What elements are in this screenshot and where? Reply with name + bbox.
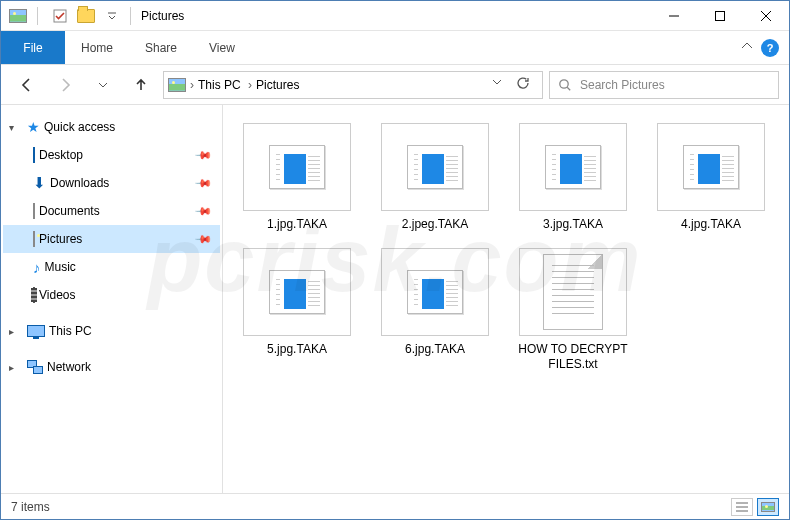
breadcrumb: This PC › — [198, 78, 252, 92]
tree-label: This PC — [49, 324, 92, 338]
sidebar-item-label: Videos — [39, 288, 75, 302]
file-item[interactable]: 5.jpg.TAKA — [237, 248, 357, 372]
desktop-icon — [33, 148, 35, 162]
content-pane[interactable]: 1.jpg.TAKA2.jpeg.TAKA3.jpg.TAKA4.jpg.TAK… — [223, 105, 789, 493]
breadcrumb-label[interactable]: Pictures — [256, 78, 299, 92]
search-input[interactable] — [580, 78, 770, 92]
music-icon: ♪ — [33, 259, 41, 276]
file-item[interactable]: 1.jpg.TAKA — [237, 123, 357, 232]
window-title: Pictures — [141, 9, 184, 23]
refresh-button[interactable] — [516, 76, 530, 93]
qat-folder-icon[interactable] — [74, 5, 98, 27]
file-thumbnail — [519, 123, 627, 211]
tree-label: Quick access — [44, 120, 115, 134]
minimize-button[interactable] — [651, 1, 697, 31]
location-icon — [168, 78, 186, 92]
taka-file-icon — [407, 145, 463, 189]
chevron-right-icon[interactable]: › — [190, 78, 194, 92]
status-bar: 7 items — [1, 493, 789, 519]
file-thumbnail — [381, 123, 489, 211]
svg-rect-1 — [716, 11, 725, 20]
taka-file-icon — [683, 145, 739, 189]
pin-icon: 📌 — [193, 201, 212, 220]
taka-file-icon — [545, 145, 601, 189]
file-item[interactable]: 2.jpeg.TAKA — [375, 123, 495, 232]
chevron-right-icon[interactable]: › — [248, 78, 252, 92]
file-thumbnail — [381, 248, 489, 336]
tree-label: Network — [47, 360, 91, 374]
pc-icon — [27, 325, 45, 337]
maximize-button[interactable] — [697, 1, 743, 31]
file-thumbnail — [243, 248, 351, 336]
collapse-icon[interactable]: ▾ — [9, 122, 23, 133]
downloads-icon: ⬇ — [33, 175, 46, 191]
file-thumbnail — [243, 123, 351, 211]
sidebar-item-label: Pictures — [39, 232, 82, 246]
file-item[interactable]: HOW TO DECRYPT FILES.txt — [513, 248, 633, 372]
expand-icon[interactable]: ▸ — [9, 362, 23, 373]
tab-share[interactable]: Share — [129, 31, 193, 64]
file-name: 4.jpg.TAKA — [681, 217, 741, 232]
sidebar-item-label: Downloads — [50, 176, 109, 190]
sidebar-item-documents[interactable]: Documents📌 — [3, 197, 220, 225]
up-button[interactable] — [125, 71, 157, 99]
tree-this-pc[interactable]: ▸ This PC — [3, 317, 220, 345]
pin-icon: 📌 — [193, 173, 212, 192]
documents-icon — [33, 204, 35, 218]
app-icon — [9, 9, 27, 23]
file-name: 2.jpeg.TAKA — [402, 217, 468, 232]
sidebar-item-label: Documents — [39, 204, 100, 218]
ribbon-expand-icon[interactable] — [741, 40, 753, 55]
file-name: 5.jpg.TAKA — [267, 342, 327, 357]
sidebar-item-label: Desktop — [39, 148, 83, 162]
file-grid: 1.jpg.TAKA2.jpeg.TAKA3.jpg.TAKA4.jpg.TAK… — [237, 123, 775, 372]
qat-checkbox-icon[interactable] — [48, 5, 72, 27]
pin-icon: 📌 — [193, 145, 212, 164]
recent-locations-button[interactable] — [87, 71, 119, 99]
pictures-icon — [33, 232, 35, 246]
forward-button[interactable] — [49, 71, 81, 99]
sidebar-item-videos[interactable]: Videos — [3, 281, 220, 309]
search-icon — [558, 78, 572, 92]
sidebar-item-label: Music — [45, 260, 76, 274]
file-thumbnail — [519, 248, 627, 336]
navbar: › This PC › Pictures — [1, 65, 789, 105]
status-count: 7 items — [11, 500, 50, 514]
help-icon[interactable]: ? — [761, 39, 779, 57]
qat-dropdown-icon[interactable] — [100, 5, 124, 27]
sidebar-item-downloads[interactable]: ⬇Downloads📌 — [3, 169, 220, 197]
view-thumbnails-button[interactable] — [757, 498, 779, 516]
taka-file-icon — [269, 270, 325, 314]
quick-access-toolbar — [48, 5, 124, 27]
ribbon: File Home Share View ? — [1, 31, 789, 65]
tab-view[interactable]: View — [193, 31, 251, 64]
search-box[interactable] — [549, 71, 779, 99]
address-bar[interactable]: › This PC › Pictures — [163, 71, 543, 99]
address-dropdown-icon[interactable] — [492, 76, 502, 93]
file-name: HOW TO DECRYPT FILES.txt — [513, 342, 633, 372]
view-details-button[interactable] — [731, 498, 753, 516]
network-icon — [27, 360, 43, 374]
text-file-icon — [543, 254, 603, 330]
file-item[interactable]: 6.jpg.TAKA — [375, 248, 495, 372]
tree-quick-access[interactable]: ▾ ★ Quick access — [3, 113, 220, 141]
sidebar-item-music[interactable]: ♪Music — [3, 253, 220, 281]
file-tab[interactable]: File — [1, 31, 65, 64]
sidebar-item-pictures[interactable]: Pictures📌 — [3, 225, 220, 253]
file-item[interactable]: 3.jpg.TAKA — [513, 123, 633, 232]
file-name: 1.jpg.TAKA — [267, 217, 327, 232]
file-thumbnail — [657, 123, 765, 211]
taka-file-icon — [269, 145, 325, 189]
sidebar-item-desktop[interactable]: Desktop📌 — [3, 141, 220, 169]
close-button[interactable] — [743, 1, 789, 31]
pin-icon: 📌 — [193, 229, 212, 248]
back-button[interactable] — [11, 71, 43, 99]
breadcrumb-label[interactable]: This PC — [198, 78, 241, 92]
expand-icon[interactable]: ▸ — [9, 326, 23, 337]
tree-network[interactable]: ▸ Network — [3, 353, 220, 381]
file-item[interactable]: 4.jpg.TAKA — [651, 123, 771, 232]
separator — [130, 7, 131, 25]
tab-home[interactable]: Home — [65, 31, 129, 64]
svg-point-2 — [560, 79, 568, 87]
file-name: 3.jpg.TAKA — [543, 217, 603, 232]
